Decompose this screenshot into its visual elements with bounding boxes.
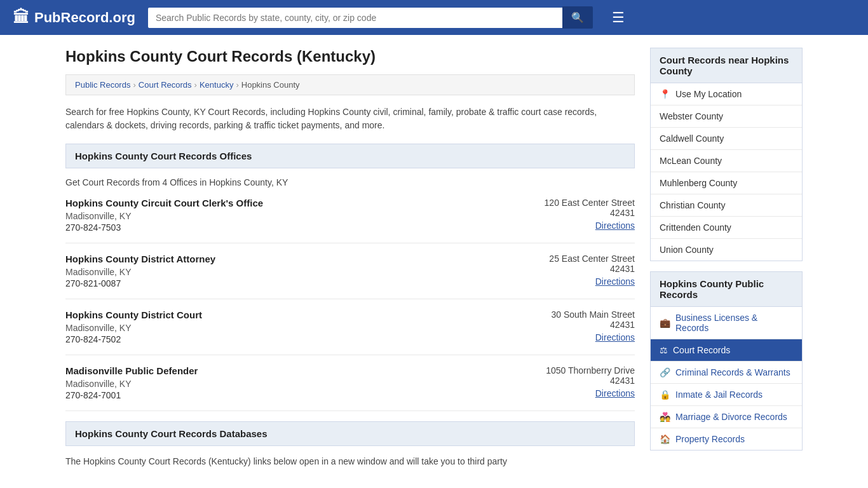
site-header: 🏛 PubRecord.org 🔍 ☰: [0, 0, 868, 35]
nearby-county-item[interactable]: Webster County: [651, 105, 802, 128]
nearby-county-item[interactable]: McLean County: [651, 150, 802, 172]
use-my-location-label: Use My Location: [675, 89, 742, 99]
public-record-item[interactable]: 💑 Marriage & Divorce Records: [651, 406, 802, 428]
nearby-list: 📍 Use My Location Webster CountyCaldwell…: [650, 83, 803, 261]
public-records-items-container: 💼 Business Licenses & Records ⚖ Court Re…: [651, 307, 802, 450]
record-label: Inmate & Jail Records: [675, 390, 763, 400]
office-city: Madisonville, KY: [65, 211, 263, 221]
search-area: 🔍: [148, 6, 593, 29]
office-name: Hopkins County District Attorney: [65, 254, 215, 264]
office-name: Madisonville Public Defender: [65, 365, 198, 376]
record-icon: 💑: [660, 412, 670, 422]
nearby-county-item[interactable]: Union County: [651, 239, 802, 261]
public-record-item[interactable]: 💼 Business Licenses & Records: [651, 307, 802, 339]
record-icon: ⚖: [660, 345, 668, 355]
office-street: 30 South Main Street: [551, 309, 635, 320]
office-phone: 270-824-7503: [65, 222, 263, 233]
nearby-county-item[interactable]: Muhlenberg County: [651, 172, 802, 194]
office-entry: Madisonville Public Defender Madisonvill…: [65, 365, 635, 411]
office-entry: Hopkins County District Court Madisonvil…: [65, 309, 635, 355]
office-phone: 270-824-7001: [65, 390, 198, 400]
directions-link[interactable]: Directions: [549, 276, 635, 287]
office-entry: Hopkins County Circuit Court Clerk's Off…: [65, 198, 635, 243]
menu-button[interactable]: ☰: [612, 10, 625, 26]
office-info: Hopkins County District Attorney Madison…: [65, 254, 215, 288]
offices-section-header: Hopkins County Court Records Offices: [65, 144, 635, 168]
logo-text: PubRecord.org: [34, 10, 135, 26]
record-icon: 💼: [660, 318, 670, 328]
nearby-section-title: Court Records near Hopkins County: [650, 48, 803, 83]
office-address: 120 East Center Street 42431 Directions: [545, 198, 635, 231]
breadcrumb-court-records[interactable]: Court Records: [139, 80, 192, 90]
databases-section-header: Hopkins County Court Records Databases: [65, 421, 635, 446]
search-button[interactable]: 🔍: [562, 6, 593, 29]
office-address: 1050 Thornberry Drive 42431 Directions: [546, 365, 635, 398]
office-info: Hopkins County District Court Madisonvil…: [65, 309, 202, 344]
breadcrumb-sep-3: ›: [236, 80, 238, 90]
nearby-county-item[interactable]: Christian County: [651, 194, 802, 217]
main-container: Hopkins County Court Records (Kentucky) …: [53, 35, 815, 481]
public-records-section-title: Hopkins County Public Records: [650, 271, 803, 307]
logo[interactable]: 🏛 PubRecord.org: [13, 8, 135, 27]
office-name: Hopkins County District Court: [65, 309, 202, 320]
public-record-item[interactable]: 🔗 Criminal Records & Warrants: [651, 362, 802, 384]
directions-link[interactable]: Directions: [546, 388, 635, 398]
office-name: Hopkins County Circuit Court Clerk's Off…: [65, 198, 263, 208]
office-zip: 42431: [545, 208, 635, 218]
breadcrumb-current: Hopkins County: [241, 80, 300, 90]
breadcrumb-kentucky[interactable]: Kentucky: [200, 80, 233, 90]
office-city: Madisonville, KY: [65, 323, 202, 333]
record-icon: 🏠: [660, 434, 670, 444]
office-street: 120 East Center Street: [545, 198, 635, 208]
nearby-counties-container: Webster CountyCaldwell CountyMcLean Coun…: [651, 105, 802, 261]
page-title: Hopkins County Court Records (Kentucky): [65, 48, 635, 65]
sidebar: Court Records near Hopkins County 📍 Use …: [650, 48, 803, 468]
breadcrumb-public-records[interactable]: Public Records: [75, 80, 130, 90]
office-phone: 270-821-0087: [65, 278, 215, 288]
offices-container: Hopkins County Circuit Court Clerk's Off…: [65, 198, 635, 411]
public-record-item[interactable]: 🔒 Inmate & Jail Records: [651, 384, 802, 406]
breadcrumb-sep-1: ›: [133, 80, 135, 90]
office-info: Madisonville Public Defender Madisonvill…: [65, 365, 198, 400]
databases-text: The Hopkins County Court Records (Kentuc…: [65, 455, 635, 468]
public-record-item[interactable]: 🏠 Property Records: [651, 428, 802, 450]
public-records-list: 💼 Business Licenses & Records ⚖ Court Re…: [650, 307, 803, 451]
directions-link[interactable]: Directions: [545, 220, 635, 231]
office-street: 25 East Center Street: [549, 254, 635, 264]
office-address: 25 East Center Street 42431 Directions: [549, 254, 635, 287]
office-phone: 270-824-7502: [65, 334, 202, 344]
record-label: Court Records: [673, 345, 730, 355]
nearby-county-item[interactable]: Crittenden County: [651, 217, 802, 239]
office-entry: Hopkins County District Attorney Madison…: [65, 254, 635, 299]
office-city: Madisonville, KY: [65, 267, 215, 277]
office-zip: 42431: [549, 264, 635, 274]
use-my-location[interactable]: 📍 Use My Location: [651, 83, 802, 105]
directions-link[interactable]: Directions: [551, 332, 635, 342]
intro-text: Search for free Hopkins County, KY Court…: [65, 105, 635, 132]
record-icon: 🔗: [660, 367, 670, 377]
logo-icon: 🏛: [13, 8, 29, 27]
office-street: 1050 Thornberry Drive: [546, 365, 635, 376]
search-input[interactable]: [148, 8, 562, 28]
offices-subtext: Get Court Records from 4 Offices in Hopk…: [65, 177, 635, 187]
public-record-item[interactable]: ⚖ Court Records: [651, 339, 802, 362]
record-label: Business Licenses & Records: [675, 313, 793, 333]
office-zip: 42431: [551, 320, 635, 330]
main-content: Hopkins County Court Records (Kentucky) …: [65, 48, 635, 468]
breadcrumb: Public Records › Court Records › Kentuck…: [65, 74, 635, 95]
location-icon: 📍: [660, 89, 670, 99]
breadcrumb-sep-2: ›: [194, 80, 197, 90]
office-address: 30 South Main Street 42431 Directions: [551, 309, 635, 342]
nearby-county-item[interactable]: Caldwell County: [651, 128, 802, 150]
hamburger-icon: ☰: [612, 10, 625, 25]
office-city: Madisonville, KY: [65, 379, 198, 389]
office-zip: 42431: [546, 376, 635, 386]
office-info: Hopkins County Circuit Court Clerk's Off…: [65, 198, 263, 233]
search-icon: 🔍: [571, 12, 584, 23]
record-label: Marriage & Divorce Records: [675, 412, 787, 422]
record-label: Criminal Records & Warrants: [675, 367, 790, 377]
record-icon: 🔒: [660, 390, 670, 400]
record-label: Property Records: [675, 434, 745, 444]
